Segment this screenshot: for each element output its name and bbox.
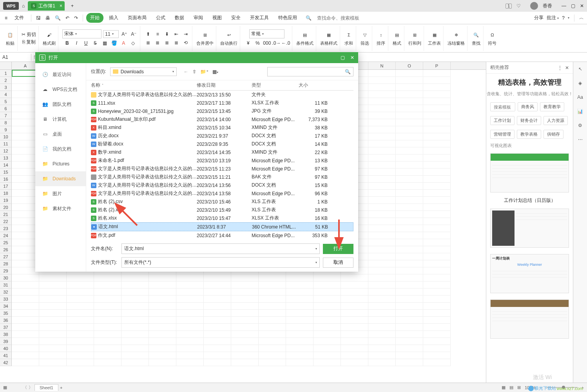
row-header[interactable]: 17 — [0, 183, 12, 190]
share-button[interactable]: 分享 — [534, 15, 544, 21]
row-header[interactable]: 1 — [0, 70, 12, 77]
row-header[interactable]: 34 — [0, 303, 12, 310]
file-row[interactable]: X科目.xmind2023/2/15 10:34XMIND 文件38 KB — [91, 123, 353, 132]
align-left-icon[interactable]: ≣ — [144, 39, 152, 47]
dialog-close-icon[interactable]: ✕ — [350, 55, 354, 60]
find-button[interactable]: 🔍查找 — [471, 30, 481, 46]
prev-sheet-icon[interactable]: 〈 — [23, 385, 27, 390]
row-header[interactable]: 19 — [0, 197, 12, 204]
tag-finance[interactable]: 财务会计 — [517, 116, 541, 125]
decrease-font-icon[interactable]: A⁻ — [130, 30, 138, 38]
row-header[interactable]: 15 — [0, 169, 12, 176]
tag-supply[interactable]: 供销存 — [544, 130, 563, 139]
align-center-icon[interactable]: ≣ — [154, 39, 161, 47]
font-color-icon[interactable]: A — [120, 39, 127, 47]
menu-icon[interactable]: ≡ — [3, 14, 9, 22]
sidebar-item-计算机[interactable]: 🖥计算机 — [35, 112, 86, 127]
add-sheet-icon[interactable]: + — [60, 385, 62, 390]
column-header[interactable]: P — [423, 62, 451, 69]
sidebar-item-图片[interactable]: 📁图片 — [35, 186, 86, 201]
sidebar-item-桌面[interactable]: ▭桌面 — [35, 127, 86, 142]
italic-icon[interactable]: I — [72, 39, 80, 47]
align-middle-icon[interactable]: ≡ — [154, 30, 161, 38]
settings-icon[interactable]: ⚙ — [576, 122, 584, 129]
next-sheet-icon[interactable]: 〉 — [29, 385, 33, 390]
dec-inc-icon[interactable]: .0→ — [272, 39, 280, 47]
template-2[interactable] — [490, 209, 569, 248]
align-bottom-icon[interactable]: ⬇ — [163, 30, 171, 38]
select-all-corner[interactable] — [0, 62, 12, 69]
sidebar-item-WPS云文档[interactable]: ☁WPS云文档 — [35, 82, 86, 97]
sidebar-item-Downloads[interactable]: 📁Downloads — [35, 171, 86, 186]
sidebar-item-Pictures[interactable]: 📁Pictures — [35, 156, 86, 171]
dialog-search[interactable]: 🔍 — [267, 67, 353, 76]
preview-icon[interactable]: 🔍 — [53, 14, 62, 22]
tag-hr[interactable]: 人力资源 — [544, 116, 568, 125]
sort-button[interactable]: ↕排序 — [376, 30, 386, 46]
template-4[interactable] — [490, 299, 569, 339]
badge[interactable]: 1 — [505, 4, 512, 9]
sidebar-item-团队文档[interactable]: 👥团队文档 — [35, 97, 86, 112]
row-header[interactable]: 18 — [0, 190, 12, 197]
border-icon[interactable]: ▦ — [101, 39, 109, 47]
row-header[interactable]: 30 — [0, 274, 12, 281]
style-icon[interactable]: Aa — [576, 93, 584, 101]
panel-close-icon[interactable]: ✕ — [565, 65, 569, 71]
cut-button[interactable]: ✂ 剪切 — [22, 31, 36, 38]
percent-icon[interactable]: % — [254, 39, 261, 47]
avatar[interactable] — [530, 2, 538, 10]
template-search-input[interactable] — [490, 102, 515, 111]
file-row[interactable]: SHoneyview_2023-02-08_171531.jpg2023/2/1… — [91, 107, 353, 115]
add-tab-button[interactable]: + — [68, 1, 77, 11]
annotate-button[interactable]: 批注 ▾ — [547, 15, 559, 21]
row-header[interactable]: 40 — [0, 345, 12, 352]
row-header[interactable]: 38 — [0, 331, 12, 338]
view-page-icon[interactable]: ▤ — [509, 385, 513, 390]
tab-review[interactable]: 审阅 — [190, 13, 207, 23]
merge-button[interactable]: ⊞合并居中 — [196, 30, 214, 46]
open-button[interactable]: 打开 — [323, 244, 353, 254]
layers-icon[interactable]: ◈ — [576, 79, 584, 87]
file-row[interactable]: S姓名 (2).csv2023/2/10 15:46XLS 工作表1 KB — [91, 198, 353, 206]
search-input[interactable] — [317, 15, 376, 21]
view-normal-icon[interactable]: ▦ — [502, 385, 505, 390]
row-header[interactable]: 14 — [0, 162, 12, 169]
row-header[interactable]: 23 — [0, 225, 12, 232]
row-header[interactable]: 7 — [0, 112, 12, 119]
col-size-header[interactable]: 大小 — [299, 82, 334, 89]
save-icon[interactable]: 🖫 — [34, 14, 42, 22]
column-header[interactable]: N — [368, 62, 396, 69]
orientation-icon[interactable]: ⟲ — [182, 39, 190, 47]
row-header[interactable]: 6 — [0, 105, 12, 112]
dialog-header[interactable]: S 打开 ▢ ✕ — [35, 52, 358, 63]
file-row[interactable]: PDF文字是人类用符号记录表达信息以传之久远的方式...2023/2/15 11… — [91, 165, 353, 173]
row-header[interactable]: 2 — [0, 77, 12, 84]
bold-icon[interactable]: B — [63, 39, 71, 47]
align-top-icon[interactable]: ⬆ — [144, 30, 152, 38]
sheet-settings-icon[interactable]: ▦ — [3, 385, 7, 390]
file-row[interactable]: PDF未命名-1.pdf2023/2/10 13:19Microsoft Edg… — [91, 156, 353, 165]
tab-security[interactable]: 安全 — [227, 13, 245, 23]
row-header[interactable]: 25 — [0, 239, 12, 246]
file-menu[interactable]: 文件 — [11, 13, 28, 23]
sum-button[interactable]: Σ求和 — [344, 30, 353, 46]
row-header[interactable]: 20 — [0, 204, 12, 211]
sheet-tab[interactable]: Sheet1 — [34, 384, 58, 391]
row-header[interactable]: 31 — [0, 281, 12, 289]
file-list-header[interactable]: 名称 ˄ 修改日期 类型 大小 — [91, 80, 353, 91]
row-header[interactable]: 32 — [0, 289, 12, 296]
col-type-header[interactable]: 类型 — [252, 82, 299, 89]
file-row[interactable]: S姓名 (2).xls2023/2/10 15:49XLS 工作表18 KB — [91, 206, 353, 214]
row-header[interactable]: 28 — [0, 260, 12, 267]
row-header[interactable]: 37 — [0, 324, 12, 331]
undo-icon[interactable]: ↶ — [64, 14, 71, 22]
minimize-icon[interactable]: — — [562, 3, 566, 9]
file-row[interactable]: W历史.docx2023/2/21 9:37DOCX 文档17 KB — [91, 132, 353, 140]
table-style-button[interactable]: ▦表格样式 — [320, 30, 337, 46]
row-header[interactable]: 33 — [0, 296, 12, 303]
tab-start[interactable]: 开始 — [86, 13, 103, 23]
file-row[interactable]: PDF文字是人类用符号记录表达信息以传之久远的方式...2023/2/14 13… — [91, 189, 353, 198]
align-right-icon[interactable]: ≣ — [163, 39, 171, 47]
number-format-select[interactable]: 常规▾ — [249, 29, 284, 38]
tag-marketing[interactable]: 营销管理 — [490, 130, 515, 139]
